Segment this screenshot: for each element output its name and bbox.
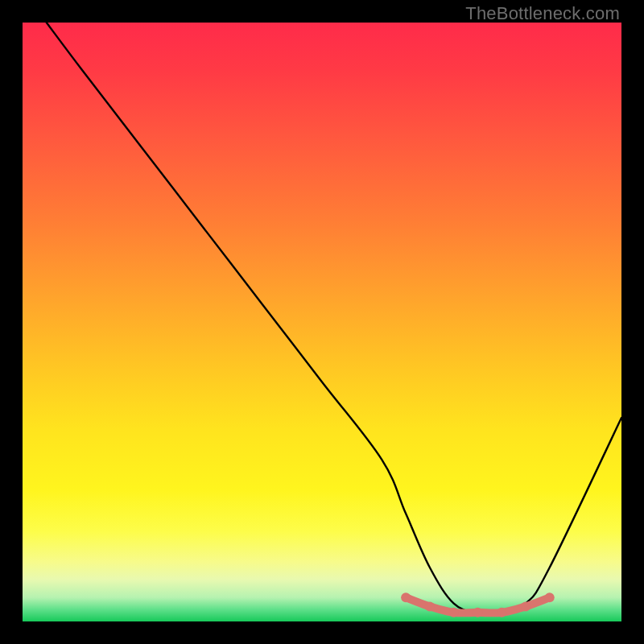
highlight-dot (497, 608, 506, 617)
highlight-dot (521, 601, 530, 611)
highlight-dot (473, 608, 482, 617)
chart-frame: TheBottleneck.com (0, 0, 644, 644)
curve-svg (23, 23, 621, 621)
optimal-range-highlight (401, 592, 555, 617)
highlight-dot (545, 592, 555, 602)
watermark-text: TheBottleneck.com (465, 3, 620, 24)
plot-area (23, 23, 621, 621)
highlight-dot (449, 608, 459, 617)
highlight-dot (425, 601, 435, 611)
highlight-dot (401, 592, 411, 602)
bottleneck-curve-path (47, 23, 621, 613)
